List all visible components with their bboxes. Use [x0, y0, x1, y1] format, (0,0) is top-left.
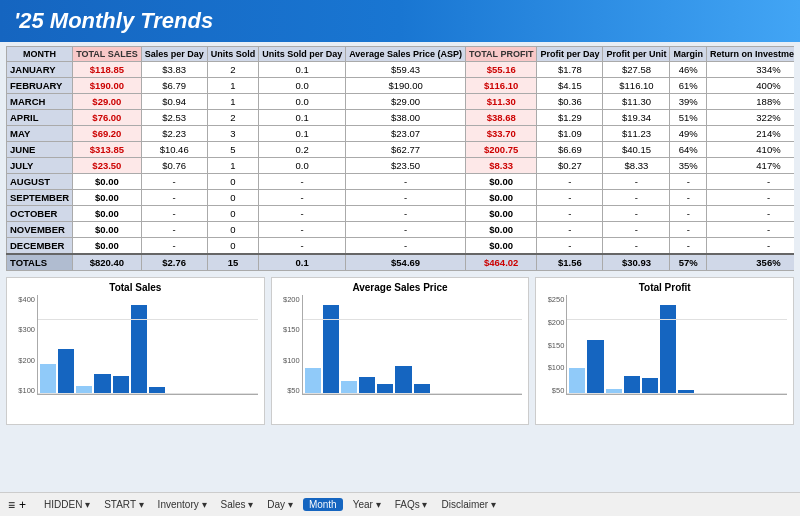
- cell-upd: -: [259, 190, 346, 206]
- cell-ppu: $8.33: [603, 158, 670, 174]
- col-header-total-sales: TOTAL SALES: [73, 47, 142, 62]
- cell-total-sales: $190.00: [73, 78, 142, 94]
- table-row: FEBRUARY $190.00 $6.79 1 0.0 $190.00 $11…: [7, 78, 795, 94]
- table-wrapper: MONTH TOTAL SALES Sales per Day Units So…: [6, 46, 794, 271]
- bottom-toolbar: ≡ + HIDDEN ▾START ▾Inventory ▾Sales ▾Day…: [0, 492, 800, 516]
- cell-upd: 0.1: [259, 126, 346, 142]
- chart-avg-sales-price: Average Sales Price $200$150$100$50: [271, 277, 530, 425]
- cell-roi: 322%: [706, 110, 794, 126]
- cell-spd: $2.23: [141, 126, 207, 142]
- cell-ppd: $0.27: [537, 158, 603, 174]
- table-row: DECEMBER $0.00 - 0 - - $0.00 - - - - $0.…: [7, 238, 795, 255]
- cell-profit: $0.00: [465, 222, 537, 238]
- cell-roi: -: [706, 190, 794, 206]
- toolbar-item-start[interactable]: START ▾: [100, 498, 147, 511]
- cell-ppu: $27.58: [603, 62, 670, 78]
- cell-margin: 51%: [670, 110, 707, 126]
- cell-total-sales: $69.20: [73, 126, 142, 142]
- chart-profit-title: Total Profit: [542, 282, 787, 293]
- toolbar-item-inventory[interactable]: Inventory ▾: [154, 498, 211, 511]
- cell-upd: -: [259, 206, 346, 222]
- toolbar-item-day[interactable]: Day ▾: [263, 498, 297, 511]
- cell-margin: 35%: [670, 158, 707, 174]
- toolbar-item-faqs[interactable]: FAQs ▾: [391, 498, 432, 511]
- cell-ppu: $19.34: [603, 110, 670, 126]
- chart-y-label: $150: [278, 325, 300, 334]
- cell-asp: -: [346, 222, 466, 238]
- main-content: MONTH TOTAL SALES Sales per Day Units So…: [0, 42, 800, 429]
- chart-profit-y-labels: $250$200$150$100$50: [542, 295, 566, 395]
- cell-spd: $0.76: [141, 158, 207, 174]
- col-header-ppu: Profit per Unit: [603, 47, 670, 62]
- cell-profit: $116.10: [465, 78, 537, 94]
- sheet-tab-icons: ≡ +: [8, 498, 26, 512]
- table-row: OCTOBER $0.00 - 0 - - $0.00 - - - - $0.0…: [7, 206, 795, 222]
- chart-profit-bars: [566, 295, 787, 395]
- cell-month: APRIL: [7, 110, 73, 126]
- chart-bar: [377, 384, 393, 394]
- chart-y-label: $400: [13, 295, 35, 304]
- chart-bar: [76, 386, 92, 394]
- cell-month: NOVEMBER: [7, 222, 73, 238]
- sheet-icon-list[interactable]: ≡: [8, 498, 15, 512]
- toolbar-item-year[interactable]: Year ▾: [349, 498, 385, 511]
- chart-total-profit: Total Profit $250$200$150$100$50: [535, 277, 794, 425]
- cell-ppd: $6.69: [537, 142, 603, 158]
- cell-totals-units: 15: [207, 254, 259, 271]
- chart-y-label: $200: [278, 295, 300, 304]
- cell-total-sales: $0.00: [73, 190, 142, 206]
- cell-ppu: -: [603, 174, 670, 190]
- cell-roi: 214%: [706, 126, 794, 142]
- table-row: JANUARY $118.85 $3.83 2 0.1 $59.43 $55.1…: [7, 62, 795, 78]
- cell-margin: -: [670, 190, 707, 206]
- cell-ppd: $0.36: [537, 94, 603, 110]
- cell-profit: $0.00: [465, 174, 537, 190]
- cell-spd: $3.83: [141, 62, 207, 78]
- cell-totals-asp: $54.69: [346, 254, 466, 271]
- cell-profit: $0.00: [465, 190, 537, 206]
- cell-month: MARCH: [7, 94, 73, 110]
- table-row: NOVEMBER $0.00 - 0 - - $0.00 - - - - $0.…: [7, 222, 795, 238]
- chart-y-label: $50: [542, 386, 564, 395]
- charts-section: Total Sales $400$300$200$100 Average Sal…: [6, 277, 794, 425]
- chart-total-sales-y-labels: $400$300$200$100: [13, 295, 37, 395]
- chart-y-label: $100: [13, 386, 35, 395]
- chart-bar: [587, 340, 603, 394]
- chart-bar: [624, 376, 640, 394]
- cell-totals-label: TOTALS: [7, 254, 73, 271]
- table-row: MARCH $29.00 $0.94 1 0.0 $29.00 $11.30 $…: [7, 94, 795, 110]
- cell-units: 1: [207, 94, 259, 110]
- chart-bar: [414, 384, 430, 394]
- cell-total-sales: $0.00: [73, 238, 142, 255]
- cell-profit: $38.68: [465, 110, 537, 126]
- cell-asp: -: [346, 206, 466, 222]
- chart-bar: [40, 364, 56, 394]
- chart-y-label: $100: [278, 356, 300, 365]
- cell-ppu: $11.30: [603, 94, 670, 110]
- cell-ppu: -: [603, 190, 670, 206]
- cell-spd: $0.94: [141, 94, 207, 110]
- toolbar-item-sales[interactable]: Sales ▾: [217, 498, 258, 511]
- title-bar: '25 Monthly Trends: [0, 0, 800, 42]
- cell-total-sales: $76.00: [73, 110, 142, 126]
- cell-asp: -: [346, 190, 466, 206]
- toolbar-item-month[interactable]: Month: [303, 498, 343, 511]
- chart-bar: [660, 305, 676, 394]
- table-row: APRIL $76.00 $2.53 2 0.1 $38.00 $38.68 $…: [7, 110, 795, 126]
- chart-y-label: $200: [542, 318, 564, 327]
- col-header-margin: Margin: [670, 47, 707, 62]
- sheet-icon-add[interactable]: +: [19, 498, 26, 512]
- toolbar-item-disclaimer[interactable]: Disclaimer ▾: [437, 498, 499, 511]
- cell-total-sales: $23.50: [73, 158, 142, 174]
- cell-ppd: $1.09: [537, 126, 603, 142]
- cell-totals-ppd: $1.56: [537, 254, 603, 271]
- cell-total-sales: $0.00: [73, 206, 142, 222]
- cell-ppu: -: [603, 222, 670, 238]
- cell-month: FEBRUARY: [7, 78, 73, 94]
- cell-ppu: -: [603, 238, 670, 255]
- col-header-month: MONTH: [7, 47, 73, 62]
- cell-ppu: -: [603, 206, 670, 222]
- toolbar-item-hidden[interactable]: HIDDEN ▾: [40, 498, 94, 511]
- cell-spd: $10.46: [141, 142, 207, 158]
- cell-spd: -: [141, 174, 207, 190]
